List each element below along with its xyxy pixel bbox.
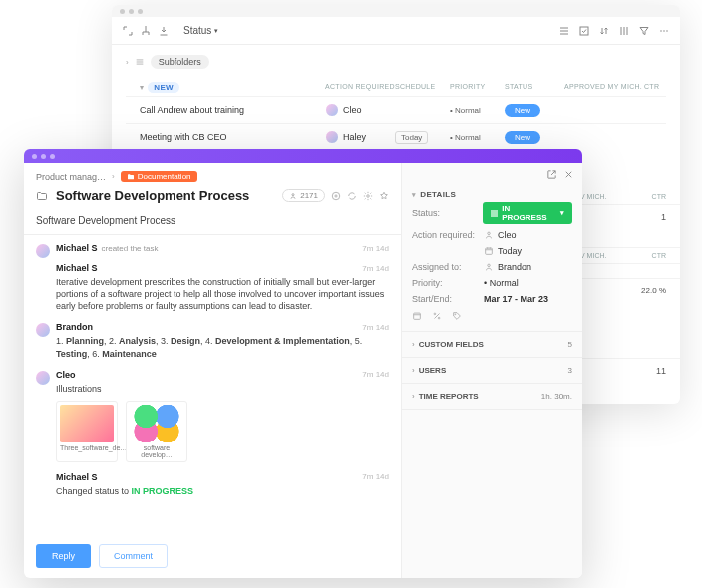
- more-icon[interactable]: [658, 25, 670, 37]
- custom-fields-section[interactable]: ›CUSTOM FIELDS5: [402, 332, 582, 358]
- popout-icon[interactable]: [546, 169, 557, 180]
- svg-point-3: [666, 30, 668, 32]
- activity-item: Michael S7m 14d Iterative development pr…: [36, 263, 389, 312]
- task-table: ▾NEW ACTION REQUIRED SCHEDULE PRIORITY S…: [126, 79, 666, 149]
- reply-button[interactable]: Reply: [36, 544, 91, 568]
- svg-point-13: [455, 314, 456, 315]
- percent-icon[interactable]: [432, 311, 442, 321]
- svg-point-2: [663, 30, 665, 32]
- gear-icon[interactable]: [363, 191, 373, 201]
- stack-icon: [135, 57, 145, 67]
- filter-icon[interactable]: [638, 25, 650, 37]
- check-icon[interactable]: [578, 25, 590, 37]
- avatar: [36, 244, 50, 258]
- avatar: [325, 103, 339, 117]
- columns-icon[interactable]: [618, 25, 630, 37]
- attachment-thumb[interactable]: Three_software_de…: [56, 401, 118, 462]
- chevron-right-icon: ›: [126, 58, 129, 67]
- comment-button[interactable]: Comment: [99, 544, 168, 568]
- activity-item: Brandon7m 14d 1. Planning, 2. Analysis, …: [36, 322, 389, 359]
- details-panel: ▾DETAILS Status:IN PROGRESS Action requi…: [401, 163, 582, 578]
- avatar: [36, 323, 50, 337]
- subfolders-pill: Subfolders: [151, 55, 209, 69]
- svg-point-4: [292, 193, 294, 195]
- user-icon: [484, 230, 494, 240]
- page-title: Software Development Process: [56, 188, 274, 203]
- svg-rect-8: [486, 248, 493, 254]
- activity-body: 1. Planning, 2. Analysis, 3. Design, 4. …: [56, 335, 389, 359]
- attachment-row: Three_software_de… software develop…: [56, 401, 389, 462]
- follower-count[interactable]: 2171: [282, 189, 325, 202]
- description: Software Development Process: [24, 211, 401, 235]
- window-titlebar: [112, 5, 680, 17]
- table-header: ▾NEW ACTION REQUIRED SCHEDULE PRIORITY S…: [126, 79, 666, 96]
- details-header[interactable]: ▾DETAILS: [412, 190, 572, 199]
- status-dropdown[interactable]: Status▾: [183, 25, 218, 36]
- close-icon[interactable]: [563, 169, 574, 180]
- svg-point-11: [434, 313, 436, 315]
- activity-item: Cleo7m 14d Illustrations Three_software_…: [36, 370, 389, 462]
- users-section[interactable]: ›USERS3: [402, 358, 582, 384]
- activity-item: Michael S7m 14d Changed status to IN PRO…: [36, 472, 389, 497]
- refresh-icon[interactable]: [347, 191, 357, 201]
- sort-icon[interactable]: [598, 25, 610, 37]
- reply-row: Reply Comment: [24, 538, 401, 578]
- tag-icon[interactable]: [452, 311, 462, 321]
- activity-stream: Michael Screated the task7m 14d Michael …: [24, 235, 401, 538]
- breadcrumb-item[interactable]: Product manag…: [36, 172, 106, 182]
- calendar-icon: [484, 246, 494, 256]
- breadcrumb: Product manag… › Documentation: [24, 163, 401, 186]
- folder-icon: [127, 173, 135, 181]
- subfolders-row[interactable]: › Subfolders: [126, 55, 666, 69]
- svg-point-1: [660, 30, 662, 32]
- svg-point-6: [367, 194, 370, 197]
- svg-point-7: [488, 232, 491, 235]
- attachment-thumb[interactable]: software develop…: [126, 401, 187, 462]
- activity-item: Michael Screated the task7m 14d: [36, 243, 389, 253]
- status-badge[interactable]: IN PROGRESS: [483, 202, 572, 224]
- user-icon: [289, 192, 297, 200]
- svg-point-9: [488, 264, 491, 267]
- svg-rect-10: [414, 313, 421, 319]
- table-row[interactable]: Call Andrew about training Cleo • Normal…: [126, 96, 666, 123]
- avatar: [325, 130, 339, 144]
- title-row: Software Development Process 2171: [24, 186, 401, 211]
- plus-icon[interactable]: [331, 191, 341, 201]
- status-badge: New: [505, 131, 540, 144]
- download-icon[interactable]: [158, 25, 170, 37]
- expand-icon[interactable]: [122, 25, 134, 37]
- avatar: [36, 371, 50, 385]
- breadcrumb-tag[interactable]: Documentation: [121, 171, 197, 182]
- time-reports-section[interactable]: ›TIME REPORTS1h. 30m.: [402, 384, 582, 410]
- list-icon[interactable]: [558, 25, 570, 37]
- foreground-window: Product manag… › Documentation Software …: [24, 149, 582, 578]
- status-badge: New: [505, 104, 540, 117]
- user-icon: [484, 262, 494, 272]
- toolbar: Status▾: [112, 17, 680, 45]
- table-row[interactable]: Meeting with CB CEO Haley Today • Normal…: [126, 123, 666, 149]
- folder-icon: [36, 190, 48, 202]
- window-titlebar: [24, 149, 582, 163]
- calendar-icon[interactable]: [412, 311, 422, 321]
- star-icon[interactable]: [379, 191, 389, 201]
- svg-point-12: [438, 317, 440, 319]
- svg-rect-0: [580, 27, 588, 35]
- tree-icon[interactable]: [140, 25, 152, 37]
